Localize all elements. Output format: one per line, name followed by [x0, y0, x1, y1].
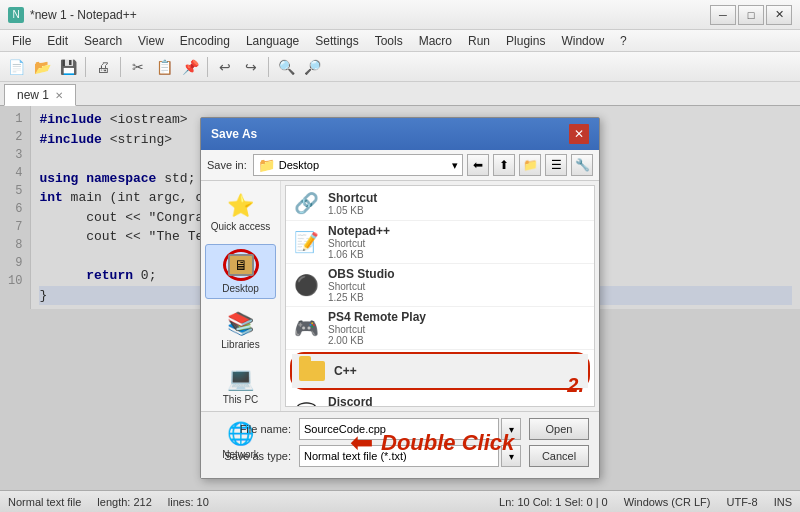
redo-button[interactable]: ↪: [239, 55, 263, 79]
save-as-dialog: Save As ✕ Save in: 📁 Desktop ▾ ⬅ ⬆ �: [200, 117, 600, 479]
menu-help[interactable]: ?: [612, 32, 635, 50]
sidebar-desktop[interactable]: 🖥 Desktop: [205, 244, 276, 299]
list-item[interactable]: 💬 Discord Shortcut2.18 KB: [286, 392, 594, 407]
new-folder-button[interactable]: 📁: [519, 154, 541, 176]
file-icon: 🎮: [292, 314, 320, 342]
savein-dropdown[interactable]: 📁 Desktop ▾: [253, 154, 463, 176]
tab-close-icon[interactable]: ✕: [55, 90, 63, 101]
window-title: *new 1 - Notepad++: [30, 8, 137, 22]
list-item[interactable]: 🎮 PS4 Remote Play Shortcut2.00 KB: [286, 307, 594, 350]
menu-settings[interactable]: Settings: [307, 32, 366, 50]
menu-encoding[interactable]: Encoding: [172, 32, 238, 50]
file-info: OBS Studio Shortcut1.25 KB: [328, 267, 588, 303]
lines-status: lines: 10: [168, 496, 209, 508]
toolbar-separator-3: [207, 57, 208, 77]
file-detail: Shortcut1.25 KB: [328, 281, 588, 303]
menu-tools[interactable]: Tools: [367, 32, 411, 50]
desktop-label: Desktop: [222, 283, 259, 294]
dialog-close-button[interactable]: ✕: [569, 124, 589, 144]
sidebar-quick-access[interactable]: ⭐ Quick access: [205, 189, 276, 236]
sidebar-this-pc[interactable]: 💻 This PC: [205, 362, 276, 409]
print-button[interactable]: 🖨: [91, 55, 115, 79]
desktop-icon-wrapper: 🖥: [223, 249, 259, 281]
new-button[interactable]: 📄: [4, 55, 28, 79]
menu-file[interactable]: File: [4, 32, 39, 50]
quick-access-icon: ⭐: [227, 193, 254, 219]
list-item[interactable]: 📝 Notepad++ Shortcut1.06 KB: [286, 221, 594, 264]
list-item[interactable]: 🔗 Shortcut 1.05 KB: [286, 186, 594, 221]
toolbar-separator-2: [120, 57, 121, 77]
saveas-label: Save as type:: [211, 450, 291, 462]
open-button[interactable]: Open: [529, 418, 589, 440]
file-detail: Shortcut2.00 KB: [328, 324, 588, 346]
libraries-label: Libraries: [221, 339, 259, 350]
file-name: Discord: [328, 395, 588, 407]
dialog-sidebar: ⭐ Quick access 🖥 Desktop: [201, 181, 281, 411]
nav-back-button[interactable]: ⬅: [467, 154, 489, 176]
minimize-button[interactable]: ─: [710, 5, 736, 25]
savein-label: Save in:: [207, 159, 247, 171]
nav-up-button[interactable]: ⬆: [493, 154, 515, 176]
saveas-select[interactable]: Normal text file (*.txt): [299, 445, 499, 467]
file-info: PS4 Remote Play Shortcut2.00 KB: [328, 310, 588, 346]
content-area: 1 2 3 4 5 6 7 8 9 10 #include <iostream>…: [0, 106, 800, 490]
menu-bar: File Edit Search View Encoding Language …: [0, 30, 800, 52]
desktop-icon: 🖥: [228, 254, 254, 276]
status-right: Ln: 10 Col: 1 Sel: 0 | 0 Windows (CR LF)…: [499, 496, 792, 508]
paste-button[interactable]: 📌: [178, 55, 202, 79]
undo-button[interactable]: ↩: [213, 55, 237, 79]
zoom-in-button[interactable]: 🔎: [300, 55, 324, 79]
toolbar-separator: [85, 57, 86, 77]
file-list[interactable]: 🔗 Shortcut 1.05 KB 📝 Notepad++ Short: [285, 185, 595, 407]
status-left: Normal text file length: 212 lines: 10: [8, 496, 209, 508]
app-window: N *new 1 - Notepad++ ─ □ ✕ File Edit Sea…: [0, 0, 800, 512]
menu-search[interactable]: Search: [76, 32, 130, 50]
menu-macro[interactable]: Macro: [411, 32, 460, 50]
menu-language[interactable]: Language: [238, 32, 307, 50]
file-info: Shortcut 1.05 KB: [328, 191, 588, 216]
encoding-status: UTF-8: [726, 496, 757, 508]
file-icon: 💬: [292, 399, 320, 407]
file-name: OBS Studio: [328, 267, 588, 281]
cpp-folder-item[interactable]: C++: [292, 354, 588, 388]
cut-button[interactable]: ✂: [126, 55, 150, 79]
tab-new1[interactable]: new 1 ✕: [4, 84, 76, 106]
file-name: PS4 Remote Play: [328, 310, 588, 324]
file-icon: 📝: [292, 228, 320, 256]
tools-button[interactable]: 🔧: [571, 154, 593, 176]
tab-bar: new 1 ✕: [0, 82, 800, 106]
dialog-overlay: Save As ✕ Save in: 📁 Desktop ▾ ⬅ ⬆ �: [0, 106, 800, 490]
menu-plugins[interactable]: Plugins: [498, 32, 553, 50]
menu-view[interactable]: View: [130, 32, 172, 50]
cpp-folder-icon: [299, 361, 325, 381]
dialog-title: Save As: [211, 127, 257, 141]
file-icon: 🔗: [292, 189, 320, 217]
title-bar-left: N *new 1 - Notepad++: [8, 7, 137, 23]
copy-button[interactable]: 📋: [152, 55, 176, 79]
menu-edit[interactable]: Edit: [39, 32, 76, 50]
maximize-button[interactable]: □: [738, 5, 764, 25]
view-button[interactable]: ☰: [545, 154, 567, 176]
title-bar: N *new 1 - Notepad++ ─ □ ✕: [0, 0, 800, 30]
saveas-dropdown-button[interactable]: ▾: [501, 445, 521, 467]
file-detail: Shortcut1.06 KB: [328, 238, 588, 260]
find-button[interactable]: 🔍: [274, 55, 298, 79]
file-icon: ⚫: [292, 271, 320, 299]
file-info: Notepad++ Shortcut1.06 KB: [328, 224, 588, 260]
close-button[interactable]: ✕: [766, 5, 792, 25]
filename-input[interactable]: [299, 418, 499, 440]
tab-label: new 1: [17, 88, 49, 102]
open-button[interactable]: 📂: [30, 55, 54, 79]
file-detail: 1.05 KB: [328, 205, 588, 216]
cpp-folder-highlight: C++: [290, 352, 590, 390]
filename-label: File name:: [211, 423, 291, 435]
file-name: Shortcut: [328, 191, 588, 205]
sidebar-libraries[interactable]: 📚 Libraries: [205, 307, 276, 354]
cancel-button[interactable]: Cancel: [529, 445, 589, 467]
list-item[interactable]: ⚫ OBS Studio Shortcut1.25 KB: [286, 264, 594, 307]
save-button[interactable]: 💾: [56, 55, 80, 79]
file-name: C++: [334, 364, 582, 378]
menu-run[interactable]: Run: [460, 32, 498, 50]
filename-dropdown-button[interactable]: ▾: [501, 418, 521, 440]
menu-window[interactable]: Window: [553, 32, 612, 50]
